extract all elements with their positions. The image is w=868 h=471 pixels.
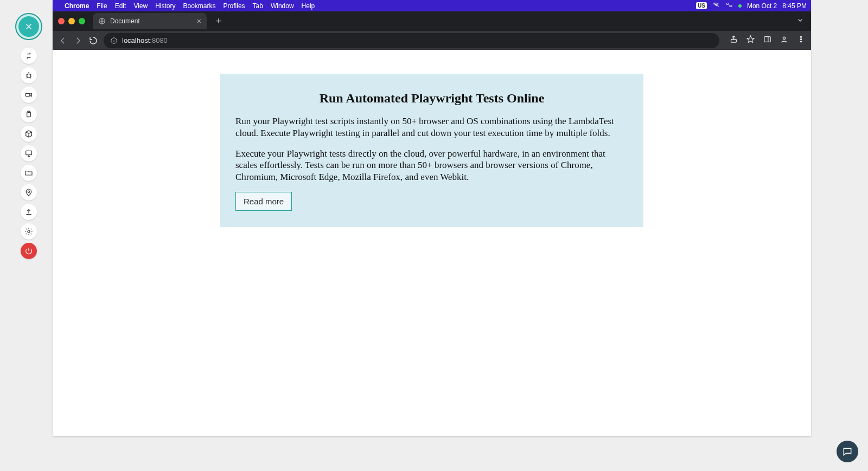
folder-button[interactable] [21, 165, 37, 181]
url-port: :8080 [150, 36, 168, 44]
menu-chrome[interactable]: Chrome [65, 2, 89, 10]
tab-title: Document [110, 17, 140, 25]
svg-rect-1 [25, 93, 30, 96]
chrome-tab-strip: Document × + [53, 11, 811, 31]
share-icon[interactable] [729, 35, 738, 46]
nav-forward-button[interactable] [73, 36, 83, 46]
svg-point-15 [800, 38, 801, 40]
menu-tab[interactable]: Tab [253, 2, 263, 10]
side-panel-icon[interactable] [763, 35, 772, 46]
menu-help[interactable]: Help [302, 2, 315, 10]
chrome-menu-icon[interactable] [796, 35, 806, 46]
url-host: localhost [122, 36, 150, 44]
swap-icon [24, 51, 33, 60]
upload-icon [24, 208, 33, 216]
window-traffic-lights [58, 18, 85, 24]
window-zoom-button[interactable] [79, 18, 85, 24]
gear-icon [24, 227, 33, 236]
control-center-icon[interactable] [725, 1, 733, 10]
folder-icon [24, 169, 33, 177]
chrome-toolbar: localhost:8080 [53, 31, 811, 50]
menu-view[interactable]: View [133, 2, 148, 10]
video-button[interactable] [21, 87, 37, 103]
chat-icon [842, 446, 853, 457]
mac-menu-bar: Chrome File Edit View History Bookmarks … [53, 0, 811, 11]
clipboard-icon [24, 110, 33, 119]
svg-point-6 [28, 230, 30, 233]
pin-icon [24, 188, 33, 197]
close-icon [24, 22, 34, 31]
menu-file[interactable]: File [97, 2, 107, 10]
svg-rect-8 [730, 5, 732, 7]
monitor-button[interactable] [21, 145, 37, 162]
page-paragraph-2: Execute your Playwright tests directly o… [235, 148, 628, 183]
svg-rect-12 [764, 37, 770, 42]
mac-menu-right: US Mon Oct 2 8:45 PM [696, 1, 807, 10]
window-close-button[interactable] [58, 18, 65, 24]
page-heading: Run Automated Playwright Tests Online [235, 91, 628, 106]
menu-edit[interactable]: Edit [115, 2, 126, 10]
location-button[interactable] [21, 184, 37, 201]
bookmark-star-icon[interactable] [746, 35, 755, 46]
video-icon [24, 91, 33, 99]
tab-close-button[interactable]: × [197, 17, 201, 25]
settings-button[interactable] [21, 223, 37, 240]
content-card: Run Automated Playwright Tests Online Ru… [220, 74, 643, 227]
svg-rect-4 [26, 151, 32, 154]
monitor-icon [24, 149, 33, 158]
browser-window: Chrome File Edit View History Bookmarks … [53, 0, 811, 436]
svg-rect-7 [726, 3, 729, 5]
status-dot-icon [738, 4, 742, 8]
bug-button[interactable] [21, 67, 37, 83]
svg-point-14 [800, 36, 801, 37]
left-tool-rail [20, 14, 38, 259]
clipboard-button[interactable] [21, 106, 37, 122]
nav-back-button[interactable] [58, 36, 68, 46]
menu-history[interactable]: History [155, 2, 175, 10]
toolbar-actions [729, 35, 806, 46]
read-more-button[interactable]: Read more [235, 192, 292, 211]
address-bar[interactable]: localhost:8080 [104, 33, 719, 48]
site-info-icon[interactable] [110, 37, 118, 44]
globe-icon [98, 17, 106, 25]
bug-icon [24, 71, 33, 80]
new-tab-button[interactable]: + [212, 16, 225, 27]
power-button[interactable] [21, 243, 37, 259]
page-paragraph-1: Run your Playwright test scripts instant… [235, 115, 628, 139]
input-source-badge[interactable]: US [696, 2, 707, 9]
tab-document[interactable]: Document × [93, 13, 207, 29]
tab-list-button[interactable] [796, 16, 805, 27]
menu-bookmarks[interactable]: Bookmarks [183, 2, 216, 10]
upload-button[interactable] [21, 204, 37, 220]
mac-menu-left: Chrome File Edit View History Bookmarks … [57, 2, 315, 10]
close-session-button[interactable] [16, 14, 41, 39]
chat-support-button[interactable] [837, 441, 858, 462]
svg-point-16 [800, 41, 801, 42]
menu-window[interactable]: Window [271, 2, 294, 10]
window-minimize-button[interactable] [68, 18, 75, 24]
power-icon [24, 247, 33, 255]
page-viewport: Run Automated Playwright Tests Online Ru… [53, 50, 811, 436]
swap-button[interactable] [21, 48, 37, 64]
profile-avatar-icon[interactable] [780, 35, 789, 46]
menu-profiles[interactable]: Profiles [224, 2, 245, 10]
svg-point-0 [27, 74, 31, 78]
wifi-icon[interactable] [712, 1, 720, 10]
svg-point-13 [783, 37, 785, 39]
menubar-date[interactable]: Mon Oct 2 [747, 2, 777, 10]
cube-icon [24, 130, 33, 138]
nav-reload-button[interactable] [88, 36, 98, 46]
cube-button[interactable] [21, 126, 37, 142]
svg-point-5 [28, 191, 29, 192]
menubar-time[interactable]: 8:45 PM [782, 2, 807, 10]
